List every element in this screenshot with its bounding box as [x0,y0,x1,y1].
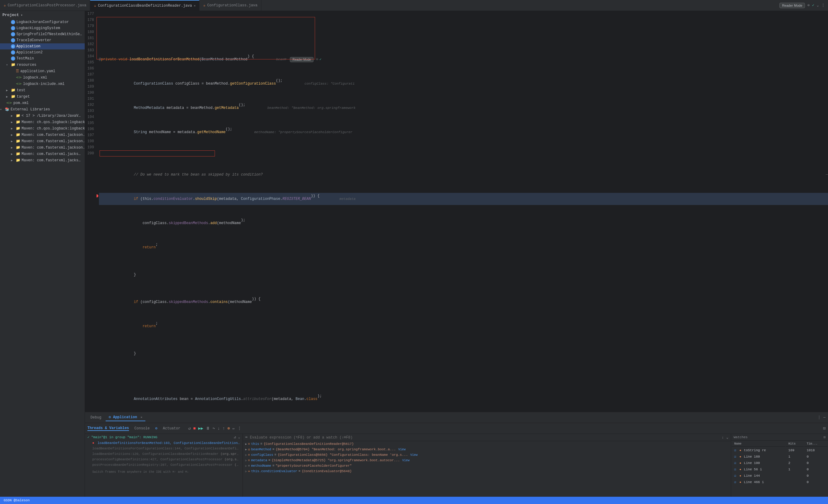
add-watch-icon[interactable]: ↓ [722,436,724,440]
debug-tab-application[interactable]: ⚙ Application ✕ [106,414,146,421]
var-row-metadata[interactable]: ▷ ≡ metadata = {SimpleMethodMetadata@572… [243,458,731,463]
watch-row[interactable]: ☑ ● Line 100 2 0 [732,460,827,466]
view-link-metadata[interactable]: View [402,459,409,462]
watch-row[interactable]: ☑ ● toString re 169 1018 [732,447,827,453]
debug-frame-3[interactable]: processConfigBeanDefinitions:427, Config… [85,457,243,462]
sidebar-item-logback-include[interactable]: ⋖⋗ logback-include.xml [0,81,85,87]
sidebar: Project ▾ C LogbackJoranConfigurator C L… [0,11,85,497]
eval-dropdown[interactable]: ⌄ [726,435,729,440]
sidebar-item-resources[interactable]: ▾ 📁 resources [0,61,85,68]
sidebar-item-application2[interactable]: C Application2 [0,49,85,55]
edit-icon[interactable]: ✏ [232,426,235,431]
watch-row[interactable]: ☑ ● Line 56 i 1 0 [732,466,827,472]
debug-frame-1[interactable]: loadBeanDefinitionsForConfigurationClass… [85,446,243,451]
tab-reader[interactable]: ☕ ConfigurationClassBeanDefinitionReader… [90,0,199,11]
sidebar-item-logback-core[interactable]: ▶ 📁 Maven: ch.qos.logback:logback-core:1… [0,125,85,132]
sidebar-item-jackson-core[interactable]: ▶ 📁 Maven: com.fasterxml.jackson.core:ja… [0,138,85,144]
tab-processor[interactable]: ☕ ConfigurationClassPostProcessor.java [0,0,90,11]
expand-configclass[interactable]: ▷ [245,453,247,457]
debug-frame-0[interactable]: ● loadBeanDefinitionsForBeanMethod:183, … [85,440,243,446]
sidebar-item-jdk17[interactable]: ▶ 📁 < 17 > /Library/Java/JavaVirtualMach… [0,112,85,119]
watch-checkbox[interactable]: ☑ [734,461,736,465]
var-row-configclass[interactable]: ▷ ≡ configClass = {ConfigurationClass@56… [243,452,731,458]
eval-input[interactable] [250,436,719,440]
expand-methodname[interactable]: ▷ [245,464,247,468]
sidebar-item-app-yaml[interactable]: ☰ application.yaml [0,68,85,74]
expand-this[interactable]: ▶ [245,443,247,446]
expand-debug-icon[interactable]: ⊡ [823,426,826,431]
sidebar-item-logback-logging[interactable]: C LogbackLoggingSystem [0,25,85,31]
sidebar-item-logback-classic[interactable]: ▶ 📁 Maven: ch.qos.logback:logback-classi… [0,119,85,125]
sidebar-item-testmain[interactable]: C TestMain [0,55,85,61]
filter-icon[interactable]: ⊿ [234,435,236,439]
class-icon: C [11,50,15,55]
sidebar-item-jackson-dataformat[interactable]: ▶ 📁 Maven: com.fasterxml.jackson.datafor… [0,151,85,157]
view-link-beanmethod[interactable]: View [398,448,406,451]
sidebar-item-trace-id[interactable]: C TraceIdConverter [0,37,85,43]
resume-icon[interactable]: ▶▶ [198,426,203,431]
actuator-tab[interactable]: Actuator [160,425,183,432]
code-content[interactable]: @ private void loadBeanDefinitionsForBea… [96,11,828,412]
sidebar-item-jackson-datatype[interactable]: ▶ 📁 Maven: com.fasterxml.jackson.datatyp… [0,157,85,164]
debug-frame-2[interactable]: loadBeanDefinitions:120, ConfigurationCl… [85,451,243,457]
watch-expand-icon[interactable]: ⊡ [823,435,826,439]
watch-checkbox[interactable]: ☑ [734,474,736,477]
sidebar-item-jackson-annotations[interactable]: ▶ 📁 Maven: com.fasterxml.jackson.core:ja… [0,132,85,138]
tab-close-reader[interactable]: ✕ [194,4,196,8]
console-tab[interactable]: Console [131,425,153,432]
sidebar-item-test[interactable]: ▶ 📁 test [0,87,85,93]
var-row-beanmethod[interactable]: ▶ ◎ beanMethod = {BeanMethod@5704} "Bean… [243,447,731,452]
debug-frame-4[interactable]: postProcessBeanDefinitionRegistry:287, C… [85,462,243,468]
debug-tab-debug[interactable]: Debug [87,414,105,421]
restart-icon[interactable]: ↺ [188,426,191,431]
expand-icon-6: ▶ [11,121,14,124]
sidebar-item-spring-profile[interactable]: C SpringProfileIfNestedWithinSecondPhase… [0,31,85,37]
reader-mode-inline[interactable]: Reader Mode [290,57,314,62]
disconnect-icon[interactable]: ⊗ [227,426,230,431]
more-options-icon[interactable]: ⋮ [821,3,825,8]
step-into-icon[interactable]: ↓ [217,426,220,431]
stop-icon[interactable]: ■ [193,426,196,431]
sidebar-item-logback-joran[interactable]: C LogbackJoranConfigurator [0,19,85,25]
step-out-icon[interactable]: ↑ [222,426,225,431]
var-icon-methodname: ≡ [248,464,250,468]
watch-row[interactable]: ☑ ● Line 466 i 0 [732,479,827,485]
code-container[interactable]: 177 178 179 180 181 182 183 184 185 186 … [85,11,828,412]
debug-minimize-icon[interactable]: — [823,415,826,420]
var-row-condition-evaluator[interactable]: ▷ ∞ this.conditionEvaluator = {Condition… [243,468,731,474]
code-line-182: // Do we need to mark the bean as skippe… [99,169,828,181]
sidebar-item-ext-libs[interactable]: ▾ 📚 External Libraries [0,106,85,112]
var-row-methodname[interactable]: ▷ ≡ methodName = "propertySourcesPlaceho… [243,463,731,468]
more-debug-icon[interactable]: ⋮ [237,426,242,431]
chevron-down-icon[interactable]: ⌄ [817,3,819,8]
view-link-configclass[interactable]: View [410,453,418,457]
sidebar-item-logback-xml[interactable]: ⋖⋗ logback.xml [0,74,85,81]
code-line-189: } [99,345,828,363]
folder-icon-4: 📚 [5,107,9,111]
expand-metadata[interactable]: ▷ [245,459,247,462]
sidebar-item-pom[interactable]: ⋖⋗ pom.xml [0,100,85,106]
var-row-this[interactable]: ▶ ≡ this = {ConfigurationClassBeanDefini… [243,441,731,447]
watch-row[interactable]: ☑ ● Line 144 0 [732,473,827,478]
threads-vars-tab[interactable]: Threads & Variables [87,426,129,431]
watch-checkbox[interactable]: ☑ [734,480,736,484]
debug-close-icon[interactable]: ✕ [140,416,142,419]
expand-condition-evaluator[interactable]: ▷ [245,470,247,473]
expand-beanmethod[interactable]: ▶ [245,448,247,451]
sidebar-item-target[interactable]: ▶ 📁 target [0,93,85,100]
sidebar-item-application[interactable]: C Application [0,43,85,49]
watch-checkbox[interactable]: ☑ [734,449,736,452]
tab-class[interactable]: ☕ ConfigurationClass.java [199,0,261,11]
chevron-down-icon[interactable]: ▾ [21,13,23,17]
class-icon: C [11,26,15,30]
dropdown-icon[interactable]: ⌄ [238,435,240,439]
reader-mode-button[interactable]: Reader Mode [779,3,805,8]
watch-checkbox[interactable]: ☑ [734,455,736,459]
watch-checkbox[interactable]: ☑ [734,468,736,471]
sidebar-item-jackson-databind[interactable]: ▶ 📁 Maven: com.fasterxml.jackson.core:ja… [0,144,85,151]
watch-row[interactable]: ☑ ● Line 160 1 0 [732,454,827,459]
debug-more-icon[interactable]: ⋮ [817,415,821,420]
step-over-icon[interactable]: ↷ [212,426,215,431]
code-line-185: return; [99,241,828,254]
pause-icon[interactable]: ⏸ [206,426,210,431]
